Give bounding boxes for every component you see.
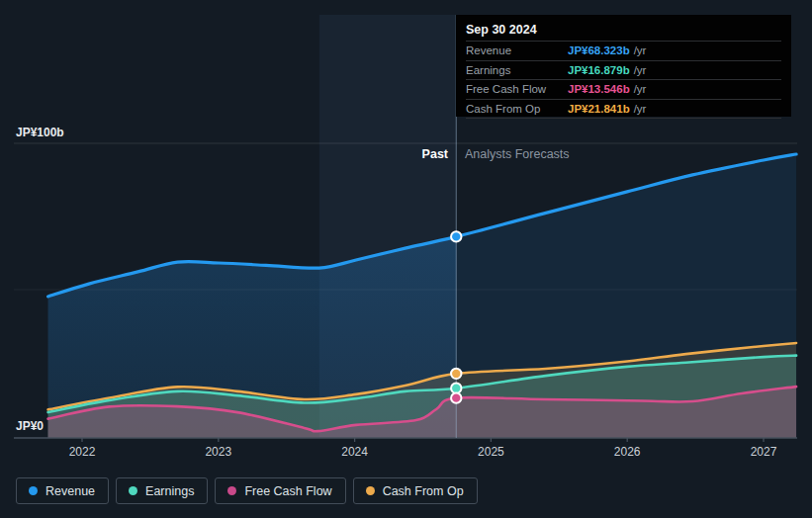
tooltip-value: JP¥21.841b [568,100,630,118]
x-tick-2024: 2024 [333,445,377,459]
tooltip-row-revenue: Revenue JP¥68.323b /yr [466,42,781,61]
legend-label: Revenue [45,484,95,498]
legend-label: Earnings [145,484,194,498]
tooltip-label: Cash From Op [466,100,568,118]
tooltip-suffix: /yr [634,100,647,118]
tooltip-suffix: /yr [634,61,647,79]
tooltip-value: JP¥16.879b [568,61,630,79]
tooltip-value: JP¥13.546b [568,80,630,98]
earnings-marker[interactable] [451,384,461,393]
tooltip-suffix: /yr [634,80,647,98]
tooltip-value: JP¥68.323b [568,42,630,59]
tooltip-label: Revenue [466,42,568,59]
x-tick-2023: 2023 [197,445,240,459]
tooltip-row-free-cash-flow: Free Cash Flow JP¥13.546b /yr [466,80,781,100]
y-axis-max-label: JP¥100b [16,126,64,139]
chart-legend: Revenue Earnings Free Cash Flow Cash Fro… [16,477,478,504]
past-region-label: Past [422,147,448,161]
free-cash-flow-series-dot-icon [227,486,236,495]
x-tick-2026: 2026 [605,445,649,459]
legend-item-cash-from-op[interactable]: Cash From Op [353,477,478,504]
tooltip-label: Earnings [466,61,568,79]
x-tick-2027: 2027 [742,445,785,459]
earnings-revenue-growth-chart-panel: JP¥100b JP¥0 Past Analysts Forecasts 202… [0,0,812,518]
tooltip-suffix: /yr [634,42,647,59]
tooltip-date: Sep 30 2024 [466,21,781,42]
legend-item-free-cash-flow[interactable]: Free Cash Flow [215,477,345,504]
earnings-series-dot-icon [129,486,137,495]
tooltip-label: Free Cash Flow [466,80,568,98]
cash-from-op-marker[interactable] [451,369,461,379]
legend-item-earnings[interactable]: Earnings [116,477,208,504]
revenue-marker[interactable] [451,231,461,241]
revenue-series-dot-icon [29,486,38,495]
x-tick-2025: 2025 [469,445,512,459]
data-tooltip: Sep 30 2024 Revenue JP¥68.323b /yr Earni… [456,15,791,117]
forecast-region-label: Analysts Forecasts [465,147,570,161]
legend-label: Cash From Op [383,484,464,498]
tooltip-row-earnings: Earnings JP¥16.879b /yr [466,61,781,81]
legend-label: Free Cash Flow [244,484,331,498]
cash-from-op-series-dot-icon [366,486,375,495]
tooltip-row-cash-from-op: Cash From Op JP¥21.841b /yr [466,100,781,120]
legend-item-revenue[interactable]: Revenue [16,477,109,504]
free-cash-flow-marker[interactable] [451,392,461,402]
x-tick-2022: 2022 [60,445,104,459]
y-axis-zero-label: JP¥0 [16,419,44,433]
